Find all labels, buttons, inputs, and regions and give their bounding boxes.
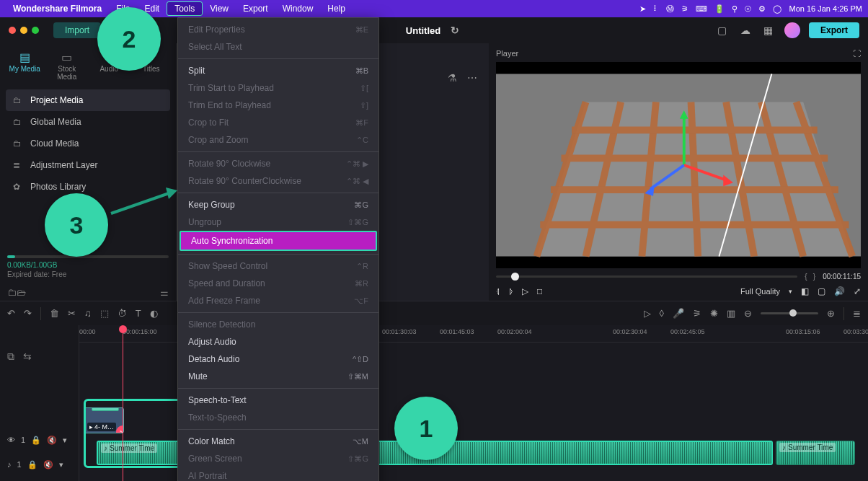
timeline-collapse-icon[interactable]: ⧉: [7, 350, 14, 363]
sidebar-item-global-media[interactable]: 🗀Global Media: [6, 111, 170, 133]
menu-view[interactable]: View: [203, 2, 236, 15]
mic-icon[interactable]: 🎤: [673, 308, 684, 319]
prev-frame-icon[interactable]: ⦉: [496, 286, 500, 296]
filter-icon[interactable]: ⚗: [448, 72, 457, 84]
text-icon[interactable]: T: [136, 308, 141, 319]
snapshot-icon[interactable]: ⛶: [853, 49, 861, 58]
quality-select[interactable]: Full Quality: [740, 287, 780, 296]
menu-export[interactable]: Export: [236, 2, 275, 15]
audio-track-header[interactable]: ♪ 1 🔒 🔇 ▾: [0, 452, 79, 477]
share-icon[interactable]: ⠇: [653, 4, 659, 14]
stop-icon[interactable]: □: [537, 286, 542, 296]
speed-icon[interactable]: ⏱: [118, 308, 127, 319]
location-icon[interactable]: ➤: [639, 4, 646, 14]
mute-icon[interactable]: 🔇: [47, 436, 57, 445]
clock[interactable]: Mon 16 Jan 4:26 PM: [789, 4, 862, 13]
search-icon[interactable]: ⦾: [745, 4, 751, 14]
delete-icon[interactable]: 🗑: [50, 308, 59, 319]
menu-item-speed-and-duration: Speed and Duration⌘R: [178, 275, 378, 292]
crop-icon[interactable]: ⬚: [100, 308, 109, 319]
menu-item-speech-to-text[interactable]: Speech-to-Text: [178, 392, 378, 409]
expired-text: Expired date: Free: [7, 270, 169, 278]
playhead[interactable]: [123, 325, 123, 481]
timeline-toolbar: ↶ ↷ 🗑 ✂ ♫ ⬚ ⏱ T ◐ ▷ ◊ 🎤 ⚞ ✺ ▥ ⊖ ⊕ ≣: [0, 301, 868, 325]
menu-item-mute[interactable]: Mute⇧⌘M: [178, 368, 378, 385]
next-frame-icon[interactable]: ⦊: [509, 286, 513, 296]
sidebar-item-project-media[interactable]: 🗀Project Media: [6, 89, 170, 111]
audio-clip-2[interactable]: ♪Summer Time: [776, 441, 855, 465]
auto-icon[interactable]: ✺: [710, 308, 718, 319]
reload-icon[interactable]: ↻: [448, 23, 462, 37]
new-folder-icon[interactable]: 🗀: [7, 287, 17, 298]
menu-item-rotate-90-clockwise: Rotate 90° Clockwise⌃⌘ ▶: [178, 155, 378, 172]
grid-icon[interactable]: ▦: [761, 23, 776, 37]
timeline-link-icon[interactable]: ⇆: [23, 350, 32, 362]
marker-icon[interactable]: ◧: [801, 286, 809, 296]
avatar[interactable]: [784, 22, 800, 38]
render-icon[interactable]: ▥: [727, 308, 735, 319]
menu-item-select-all-text: Select All Text: [178, 38, 378, 56]
tab-stock-media[interactable]: ▭Stock Media: [48, 49, 87, 81]
eye-icon[interactable]: 👁: [7, 436, 15, 444]
play-tl-icon[interactable]: ▷: [644, 308, 651, 319]
split-icon[interactable]: ✂: [68, 308, 76, 319]
marker-tl-icon[interactable]: ◊: [660, 308, 664, 319]
menu-tools[interactable]: Tools: [167, 1, 203, 16]
folder-icon: 🗀: [13, 95, 23, 105]
window-controls[interactable]: [9, 27, 39, 34]
fullscreen-icon[interactable]: ⤢: [854, 286, 861, 296]
lock-icon[interactable]: 🔒: [27, 460, 37, 469]
menu-item-ai-portrait: AI Portrait: [178, 467, 378, 481]
device-icon[interactable]: ▢: [715, 23, 730, 37]
zoom-out-icon[interactable]: ⊖: [744, 308, 752, 319]
seek-bar[interactable]: [496, 275, 797, 278]
volume-icon[interactable]: 🔊: [834, 286, 845, 296]
video-track-header[interactable]: 👁 1 🔒 🔇 ▾: [0, 428, 79, 452]
import-button[interactable]: Import: [53, 22, 101, 38]
control-center-icon[interactable]: ⚙: [758, 4, 766, 14]
music-icon[interactable]: ♫: [84, 308, 92, 319]
play-icon[interactable]: ▷: [522, 286, 528, 296]
mute-icon[interactable]: 🔇: [43, 460, 53, 469]
menu-item-split[interactable]: Split⌘B: [178, 62, 378, 79]
bluetooth-icon[interactable]: ⚞: [681, 4, 688, 14]
battery-icon[interactable]: 🔋: [714, 4, 725, 14]
chevron-down-icon[interactable]: ▾: [789, 288, 792, 295]
redo-icon[interactable]: ↷: [24, 308, 32, 319]
track-menu-icon[interactable]: ▾: [63, 436, 67, 445]
menu-item-auto-synchronization[interactable]: Auto Synchronization: [180, 231, 377, 251]
settings-slider-icon[interactable]: ⚌: [160, 287, 169, 298]
menu-window[interactable]: Window: [275, 2, 321, 15]
menu-item-detach-audio[interactable]: Detach Audio^⇧D: [178, 350, 378, 368]
mixer-icon[interactable]: ⚞: [693, 308, 701, 319]
cloud-icon[interactable]: ☁: [738, 23, 753, 37]
film-icon: ▭: [48, 50, 87, 63]
export-button[interactable]: Export: [809, 22, 859, 38]
keyboard-icon[interactable]: ⌨: [696, 4, 707, 14]
lock-icon[interactable]: 🔒: [31, 436, 41, 445]
ruler-tick: 00:03:30:06: [843, 328, 868, 335]
sidebar-item-adjustment-layer[interactable]: ≣Adjustment Layer: [6, 154, 170, 176]
color-icon[interactable]: ◐: [150, 308, 158, 319]
video-clip[interactable]: ▸4- M… ✂: [84, 407, 124, 433]
video-preview[interactable]: [496, 62, 861, 268]
undo-icon[interactable]: ↶: [7, 308, 15, 319]
menu-item-crop-to-fit: Crop to Fit⌘F: [178, 114, 378, 131]
track-menu-icon[interactable]: ▾: [59, 460, 63, 469]
link-folder-icon[interactable]: 🗁: [17, 287, 26, 298]
note-icon[interactable]: ♪: [7, 460, 12, 469]
zoom-in-icon[interactable]: ⊕: [827, 308, 835, 319]
malware-icon[interactable]: Ⓜ: [666, 4, 674, 14]
siri-icon[interactable]: ◯: [773, 4, 781, 14]
menu-item-keep-group[interactable]: Keep Group⌘G: [178, 196, 378, 213]
menu-item-color-match[interactable]: Color Match⌥M: [178, 433, 378, 450]
wifi-icon[interactable]: ⚲: [732, 4, 738, 14]
list-icon[interactable]: ≣: [853, 308, 861, 319]
capture-icon[interactable]: ▢: [818, 286, 825, 296]
sidebar-item-cloud-media[interactable]: 🗀Cloud Media: [6, 133, 170, 154]
more-icon[interactable]: ⋯: [467, 72, 477, 84]
tab-my-media[interactable]: ▤My Media: [6, 49, 44, 81]
menu-item-adjust-audio[interactable]: Adjust Audio: [178, 333, 378, 350]
menu-help[interactable]: Help: [320, 2, 353, 15]
zoom-slider[interactable]: [761, 312, 818, 314]
